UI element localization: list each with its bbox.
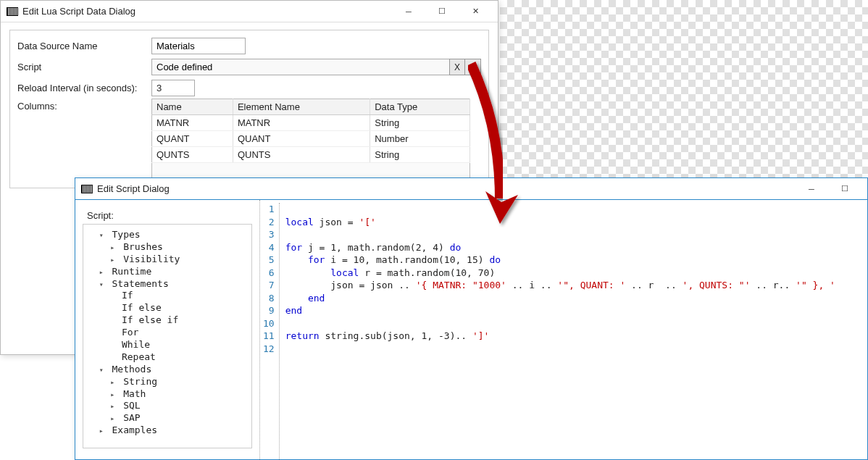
table-cell[interactable]: QUANT [233,131,370,147]
expand-closed-icon[interactable] [110,241,117,254]
table-cell[interactable]: String [370,115,470,131]
script-field[interactable]: Code defined [151,59,449,75]
table-cell[interactable]: QUNTS [152,147,233,163]
form-frame: Data Source Name Materials Script Code d… [9,30,489,188]
tree-node[interactable]: If else [88,302,247,314]
table-cell[interactable]: String [370,147,470,163]
tree-node[interactable]: Brushes [88,241,247,254]
expand-open-icon[interactable] [99,364,107,376]
close-button[interactable]: ✕ [459,1,492,22]
table-row[interactable]: QUNTSQUNTSString [152,147,470,163]
columns-table[interactable]: Name Element Name Data Type MATNRMATNRSt… [151,99,470,163]
maximize-button[interactable]: ☐ [425,1,459,22]
col-header[interactable]: Element Name [233,99,370,115]
app-icon [7,7,18,16]
app-icon [81,185,93,193]
tree-node[interactable]: String [88,376,247,388]
expand-closed-icon[interactable] [110,388,117,401]
edit-script-dialog: Edit Script Dialog ─ ☐ Script: Types Bru… [75,177,868,460]
tree-node[interactable]: Types [88,229,247,241]
tree-node[interactable]: Statements [88,278,247,290]
tree-node[interactable]: Repeat [88,351,247,364]
table-row[interactable]: MATNRMATNRString [152,115,470,131]
expand-closed-icon[interactable] [110,254,117,266]
maximize-button[interactable]: ☐ [828,178,861,200]
dsname-label: Data Source Name [17,41,151,51]
minimize-button[interactable]: ─ [392,1,425,22]
line-gutter: 123456789101112 [260,203,280,459]
expand-open-icon[interactable] [99,278,107,290]
table-cell[interactable]: QUANT [152,131,233,147]
code-editor[interactable]: 123456789101112 local json = '[' for j =… [260,200,867,459]
col-header[interactable]: Name [152,99,233,115]
minimize-button[interactable]: ─ [795,178,828,200]
expand-open-icon[interactable] [99,229,107,241]
tree-node[interactable]: Visibility [88,254,247,266]
dsname-field[interactable]: Materials [151,38,246,54]
tree-node[interactable]: Examples [88,425,247,437]
titlebar[interactable]: Edit Lua Script Data Dialog ─ ☐ ✕ [1,1,498,22]
table-cell[interactable]: MATNR [233,115,370,131]
script-label: Script [17,62,151,72]
table-cell[interactable]: Number [370,131,470,147]
tree-node[interactable]: While [88,339,247,351]
window-title: Edit Script Dialog [97,183,795,194]
window-title: Edit Lua Script Data Dialog [22,6,392,17]
clear-script-button[interactable]: X [449,59,465,75]
tree-node[interactable]: Runtime [88,266,247,278]
tree-node[interactable]: If else if [88,314,247,327]
table-cell[interactable]: QUNTS [233,147,370,163]
script-tree[interactable]: Types Brushes Visibility Runtime Stateme… [83,224,252,448]
expand-closed-icon[interactable] [99,425,107,437]
checker-background [500,0,868,177]
tree-node[interactable]: SAP [88,412,247,425]
table-row[interactable]: QUANTQUANTNumber [152,131,470,147]
tree-node[interactable]: Methods [88,364,247,376]
titlebar[interactable]: Edit Script Dialog ─ ☐ [75,178,867,200]
code-area[interactable]: local json = '[' for j = 1, math.random(… [280,203,841,459]
tree-node[interactable]: SQL [88,400,247,412]
expand-closed-icon[interactable] [99,266,107,278]
reload-label: Reload Interval (in seconds): [17,83,151,93]
expand-closed-icon[interactable] [110,400,117,412]
reload-field[interactable]: 3 [151,80,195,96]
tree-node[interactable]: If [88,290,247,302]
expand-closed-icon[interactable] [110,412,117,425]
script-label: Script: [83,210,252,221]
expand-closed-icon[interactable] [110,376,117,388]
edit-script-button[interactable]: C [465,59,481,75]
tree-node[interactable]: For [88,327,247,339]
tree-node[interactable]: Math [88,388,247,401]
table-cell[interactable]: MATNR [152,115,233,131]
columns-label: Columns: [17,101,151,112]
col-header[interactable]: Data Type [370,99,470,115]
